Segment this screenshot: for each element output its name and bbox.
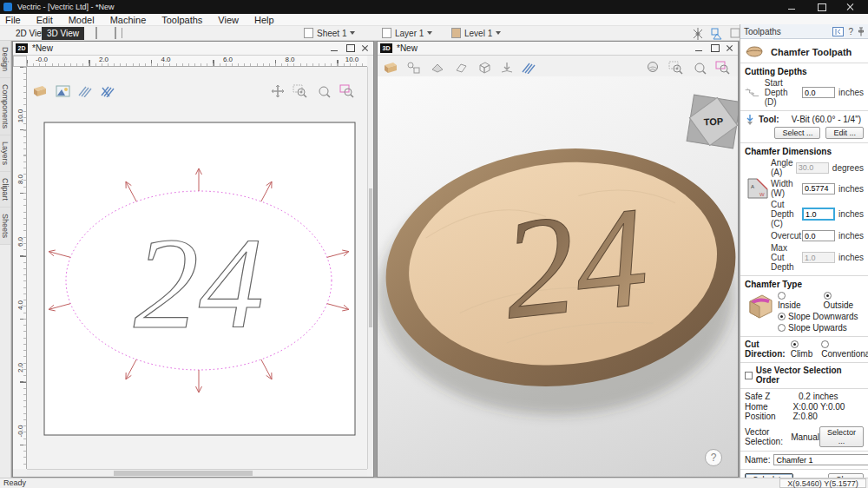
overcut-input[interactable] (802, 230, 835, 241)
toolpath-drawing-icon[interactable] (101, 85, 115, 97)
collapse-panel-icon[interactable] (832, 27, 844, 36)
toolpath-name-input[interactable] (773, 454, 868, 465)
home-position-value: X:0.00 Y:0.00 Z:0.80 (793, 402, 864, 421)
zoom-box-icon[interactable] (668, 61, 684, 75)
sidebar-tab-layers[interactable]: Layers (0, 135, 10, 172)
sheet-icon (304, 28, 313, 38)
drape-down-icon[interactable] (500, 61, 514, 75)
snap-toggle-icon[interactable] (692, 28, 704, 40)
vector-order-checkbox-row[interactable]: Use Vector Selection Order (745, 366, 864, 385)
chamfer-inside-radio[interactable]: Inside (778, 291, 812, 310)
3d-maximize-icon[interactable] (710, 44, 719, 52)
chamfer-type-icon (746, 293, 774, 320)
background-image-icon[interactable] (56, 85, 70, 97)
start-depth-label: Start Depth (D) (765, 78, 802, 107)
2d-hscroll-thumb[interactable] (114, 471, 253, 476)
tab-3d-view[interactable]: 3D View (42, 27, 84, 40)
title-bar: Vectric - [Vectric Ltd] - *New (0, 0, 868, 14)
2d-window-titlebar[interactable]: 2D *New (13, 42, 373, 56)
chamfer-diagram-icon: AW (746, 177, 769, 200)
menu-toolpaths[interactable]: Toolpaths (161, 15, 202, 25)
width-input[interactable] (802, 183, 835, 195)
level-dropdown[interactable]: Level 1 (451, 28, 501, 38)
3d-canvas[interactable]: 24 TOP ? (378, 76, 738, 477)
sidebar-tab-design[interactable]: Design (0, 41, 10, 78)
sidebar-tab-components[interactable]: Components (0, 78, 10, 135)
toolpath-visibility-icon[interactable] (522, 62, 536, 74)
max-cut-depth-input (802, 252, 835, 263)
slope-downwards-radio[interactable]: Slope Downwards (778, 312, 858, 321)
2d-minimize-icon[interactable] (330, 44, 339, 52)
2d-vscroll-thumb[interactable] (369, 188, 372, 327)
sign-number-outline[interactable]: 24 (134, 211, 264, 355)
menu-machine[interactable]: Machine (110, 15, 147, 25)
menu-model[interactable]: Model (69, 15, 95, 25)
2d-document-tab[interactable]: *New (32, 43, 326, 53)
3d-minimize-icon[interactable] (694, 44, 703, 52)
menu-help[interactable]: Help (254, 15, 274, 25)
chevron-down-icon (496, 31, 501, 35)
chamfer-outside-radio[interactable]: Outside (824, 291, 864, 310)
3d-badge: 3D (380, 43, 392, 53)
maximize-button[interactable] (816, 3, 826, 11)
window-3d-view: 3D *New (377, 41, 739, 478)
toolpath-visibility-icon[interactable] (78, 85, 93, 97)
2d-canvas[interactable]: 24 (27, 67, 367, 469)
sidebar-tab-sheets[interactable]: Sheets (0, 208, 10, 245)
zoom-extents-icon[interactable] (692, 61, 707, 75)
preview-material-icon[interactable] (645, 61, 661, 75)
wireframe-box-icon[interactable] (477, 61, 492, 75)
close-button[interactable] (845, 3, 856, 11)
3d-close-icon[interactable] (726, 44, 734, 52)
pin-icon[interactable] (858, 27, 865, 36)
sheet-dropdown[interactable]: Sheet 1 (304, 28, 355, 38)
cut-depth-input[interactable] (802, 208, 835, 221)
3d-document-tab[interactable]: *New (397, 43, 690, 53)
sidebar-tab-clipart[interactable]: Clipart (0, 172, 10, 208)
zoom-selected-icon[interactable] (715, 61, 731, 75)
orientate-model-icon[interactable] (406, 61, 422, 75)
width-label: Width (W) (771, 179, 802, 198)
start-depth-input[interactable] (802, 87, 835, 98)
zoom-box-icon[interactable] (293, 84, 308, 98)
2d-drawing: 24 (27, 67, 367, 469)
material-block-icon[interactable] (383, 61, 398, 75)
ruler-h-label: 4.0 (161, 56, 170, 63)
ruler-v-label: 10.0 (16, 109, 24, 123)
material-block-icon[interactable] (32, 84, 48, 98)
geometry-snap-icon[interactable] (710, 28, 723, 40)
conventional-radio[interactable]: Conventional (821, 340, 868, 359)
vector-order-checkbox[interactable] (745, 372, 753, 379)
layer-dropdown[interactable]: Layer 1 (382, 28, 432, 38)
tool-select-button[interactable]: Select ... (774, 127, 820, 139)
2d-horizontal-scrollbar[interactable] (27, 469, 367, 477)
split-vertical-icon[interactable] (115, 27, 116, 39)
menu-view[interactable]: View (218, 15, 239, 25)
panel-help-icon[interactable]: ? (848, 27, 853, 36)
zoom-extents-icon[interactable] (316, 84, 332, 98)
tool-edit-button[interactable]: Edit ... (825, 127, 864, 139)
window-title: Vectric - [Vectric Ltd] - *New (17, 3, 786, 11)
split-horizontal-icon[interactable] (95, 27, 97, 39)
2d-vertical-scrollbar[interactable] (367, 67, 373, 469)
angle-label: Angle (A) (771, 158, 796, 177)
safe-z-label: Safe Z (745, 392, 799, 401)
ruler-h-label: 2.0 (99, 56, 108, 63)
climb-radio[interactable]: Climb (791, 340, 813, 359)
2d-maximize-icon[interactable] (345, 44, 354, 52)
selector-button[interactable]: Selector ... (819, 426, 864, 447)
menu-edit[interactable]: Edit (36, 15, 53, 25)
2d-close-icon[interactable] (361, 44, 370, 52)
help-button[interactable]: ? (705, 449, 722, 466)
name-label: Name: (745, 455, 770, 465)
3d-window-titlebar[interactable]: 3D *New (378, 42, 738, 56)
slope-upwards-radio[interactable]: Slope Upwards (778, 323, 847, 333)
pan-crosshair-icon[interactable] (271, 84, 285, 98)
minimize-button[interactable] (786, 3, 797, 11)
view-cube[interactable]: TOP (686, 94, 738, 149)
cutting-depths-heading: Cutting Depths (745, 67, 864, 76)
shaded-preview-icon[interactable] (430, 61, 445, 75)
plane-icon[interactable] (453, 61, 469, 75)
menu-file[interactable]: File (5, 15, 21, 25)
zoom-selected-icon[interactable] (339, 84, 355, 98)
